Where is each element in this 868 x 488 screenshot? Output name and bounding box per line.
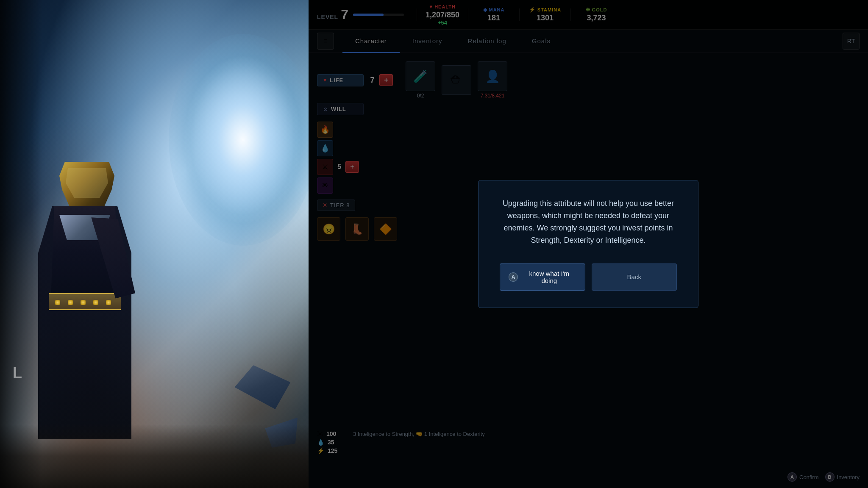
belt-stud (93, 300, 98, 305)
ui-panel: LEVEL 7 ♥ HEALTH 1,207/850 +54 ◆ MANA 18… (309, 0, 868, 488)
ground (0, 424, 309, 488)
dialog-a-circle: A (509, 272, 518, 282)
scene-letter: L (13, 364, 22, 382)
confirm-button[interactable]: A know what I'm doing (500, 263, 585, 291)
game-scene: L (0, 0, 309, 488)
char-belt (49, 293, 121, 310)
vignette (0, 0, 42, 488)
mech-fragment (232, 362, 292, 411)
back-button[interactable]: Back (592, 263, 677, 291)
belt-stud (68, 300, 73, 305)
belt-stud (81, 300, 86, 305)
belt-stud (55, 300, 60, 305)
dialog-buttons: A know what I'm doing Back (500, 263, 677, 291)
back-button-label: Back (627, 273, 641, 280)
portal-effect (169, 34, 309, 246)
belt-stud (106, 300, 111, 305)
dialog-overlay: Upgrading this attribute will not help y… (309, 0, 868, 488)
char-helmet (59, 162, 114, 208)
dialog-message: Upgrading this attribute will not help y… (500, 197, 677, 246)
confirm-button-label: know what I'm doing (522, 270, 576, 284)
dialog-a-label: A (512, 274, 515, 280)
warning-dialog: Upgrading this attribute will not help y… (478, 180, 698, 308)
